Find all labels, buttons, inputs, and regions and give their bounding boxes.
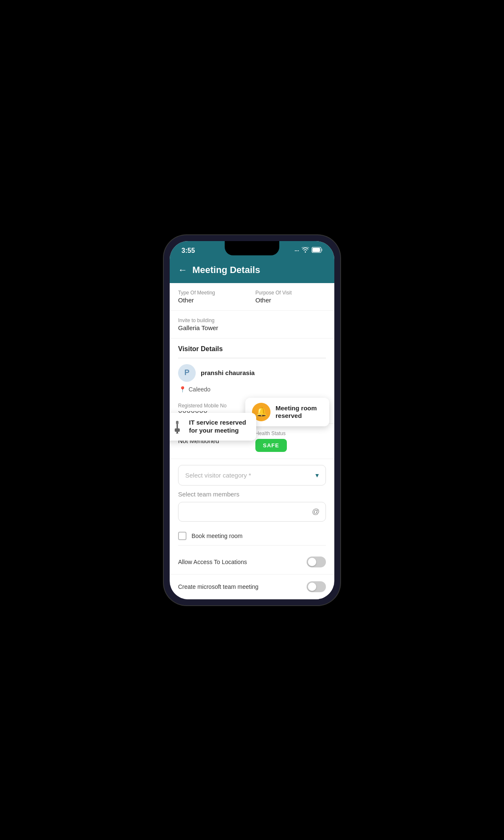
dropdown-arrow-icon: ▾ <box>315 471 319 479</box>
location-row: 📍 Caleedo <box>179 386 326 393</box>
wifi-icon <box>302 247 309 254</box>
allow-access-toggle[interactable] <box>307 556 326 567</box>
phone-screen: 3:55 ··· <box>170 241 334 599</box>
visitor-category-placeholder: Select visitor category * <box>185 472 251 479</box>
create-microsoft-toggle-row: Create microsoft team meeting <box>170 575 334 599</box>
visitor-details-title: Visitor Details <box>178 345 326 353</box>
phone-frame: 3:55 ··· <box>164 235 340 605</box>
back-button[interactable]: ← <box>178 265 187 276</box>
meeting-room-badge: 🔔 Meeting room reserved <box>245 398 329 426</box>
status-icons: ··· <box>294 247 323 254</box>
invite-building-section: Invite to building Galleria Tower <box>170 311 334 339</box>
meeting-type-section: Type Of Meeting Other Purpose Of Visit O… <box>170 283 334 311</box>
at-icon: @ <box>312 507 320 516</box>
it-service-badge: IT service reserved for your meeting <box>170 413 256 441</box>
status-bar: 3:55 ··· <box>170 241 334 259</box>
email-input-row[interactable]: @ <box>178 502 326 522</box>
visitor-category-dropdown[interactable]: Select visitor category * ▾ <box>178 465 326 486</box>
health-status-field: Health Status SAFE <box>255 430 326 452</box>
header: ← Meeting Details <box>170 259 334 283</box>
health-status-badge: SAFE <box>255 439 287 452</box>
svg-rect-5 <box>175 428 180 432</box>
invite-building-label: Invite to building <box>178 318 326 323</box>
dots-icon: ··· <box>294 247 299 254</box>
svg-rect-6 <box>177 432 178 433</box>
visitor-avatar: P <box>178 364 196 382</box>
form-section: Select visitor category * ▾ Select team … <box>170 459 334 550</box>
svg-rect-2 <box>312 248 320 252</box>
location-icon: 📍 <box>179 386 186 393</box>
book-meeting-room-checkbox[interactable] <box>178 532 186 540</box>
invite-building-value: Galleria Tower <box>178 324 326 331</box>
book-meeting-room-label: Book meeting room <box>192 533 242 539</box>
it-service-text: IT service reserved for your meeting <box>189 419 249 435</box>
purpose-of-visit-label: Purpose Of Visit <box>255 290 326 296</box>
visitor-row: P pranshi chaurasia <box>178 364 326 382</box>
notch <box>225 241 279 255</box>
page-title: Meeting Details <box>192 265 260 276</box>
visitor-details-section: Visitor Details P pranshi chaurasia 📍 Ca… <box>170 339 334 396</box>
book-meeting-room-row: Book meeting room <box>178 527 326 546</box>
meeting-badge-text: Meeting room reserved <box>276 404 323 420</box>
purpose-of-visit-field: Purpose Of Visit Other <box>255 290 326 304</box>
allow-access-label: Allow Access To Locations <box>178 559 247 565</box>
type-of-meeting-field: Type Of Meeting Other <box>178 290 249 304</box>
team-members-label: Select team members <box>178 491 326 498</box>
purpose-of-visit-value: Other <box>255 297 326 304</box>
location-text: Caleedo <box>189 386 210 393</box>
status-time: 3:55 <box>181 247 195 255</box>
create-microsoft-toggle[interactable] <box>307 581 326 592</box>
type-of-meeting-value: Other <box>178 297 249 304</box>
type-of-meeting-label: Type Of Meeting <box>178 290 249 296</box>
svg-rect-3 <box>176 421 178 424</box>
health-status-label: Health Status <box>255 430 326 436</box>
create-microsoft-label: Create microsoft team meeting <box>178 583 258 590</box>
cable-icon <box>171 419 184 434</box>
visitor-name: pranshi chaurasia <box>201 369 255 376</box>
svg-rect-4 <box>177 424 178 428</box>
battery-icon <box>312 247 323 254</box>
svg-rect-7 <box>176 433 178 433</box>
svg-rect-1 <box>322 249 323 251</box>
email-input[interactable] <box>184 508 293 515</box>
invite-building-field: Invite to building Galleria Tower <box>178 318 326 331</box>
allow-access-toggle-row: Allow Access To Locations <box>170 550 334 575</box>
registered-mobile-label: Registered Mobile No <box>178 403 249 409</box>
